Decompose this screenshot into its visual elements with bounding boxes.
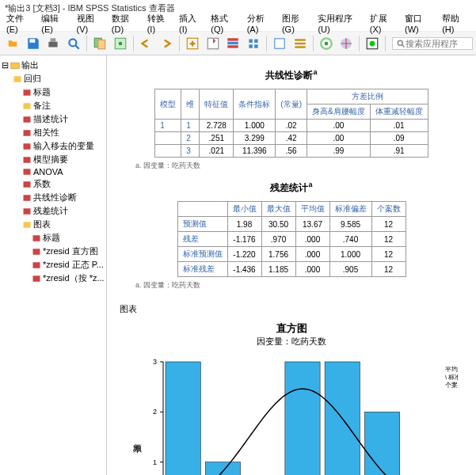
variables-button[interactable] (224, 34, 243, 53)
svg-rect-37 (24, 208, 31, 215)
svg-rect-11 (228, 38, 239, 40)
svg-rect-34 (24, 169, 31, 175)
outline-tree[interactable]: ⊟输出 回归标题备注描述统计相关性输入移去的变量模型摘要ANOVA系数共线性诊断… (0, 55, 107, 475)
tree-item[interactable]: 标题 (2, 231, 105, 245)
svg-rect-38 (24, 222, 31, 228)
table-row[interactable]: 残差-1.176.970.000.74012 (177, 232, 406, 247)
menu-data[interactable]: 数据(D) (109, 12, 143, 35)
menu-edit[interactable]: 编辑(E) (38, 12, 71, 35)
table-row[interactable]: 112.7281.000.02.00.01 (155, 120, 428, 132)
svg-text:\ 标准差 = 0.905: \ 标准差 = 0.905 (445, 374, 458, 381)
select-button[interactable] (291, 34, 310, 53)
svg-point-24 (398, 40, 402, 45)
svg-text:1: 1 (153, 458, 157, 466)
chart-subtitle: 因变量：吃药天数 (120, 336, 463, 348)
svg-rect-16 (295, 39, 306, 40)
table2-footnote: a. 因变量：吃药天数 (135, 280, 463, 291)
svg-text:个案数 = 12: 个案数 = 12 (445, 382, 458, 389)
toolbar (0, 32, 476, 55)
designate-button[interactable] (363, 34, 382, 53)
run-button[interactable] (244, 34, 263, 53)
svg-rect-40 (33, 249, 40, 255)
svg-rect-30 (24, 116, 31, 123)
export-button[interactable] (90, 34, 109, 53)
split-button[interactable] (337, 34, 356, 53)
tree-item[interactable]: 图表 (2, 218, 105, 231)
svg-rect-36 (24, 195, 31, 201)
menu-window[interactable]: 窗口(W) (402, 12, 437, 35)
svg-rect-62 (364, 412, 399, 475)
svg-rect-1 (49, 41, 58, 47)
menu-extensions[interactable]: 扩展(X) (367, 12, 400, 35)
tree-item[interactable]: 标题 (2, 86, 105, 99)
table1-title: 共线性诊断a (120, 68, 463, 82)
table-row[interactable]: 标准残差-1.4361.185.000.90512 (177, 262, 406, 277)
table-row[interactable]: 2.2513.299.42.00.09 (155, 132, 428, 145)
menu-analyze[interactable]: 分析(A) (244, 12, 277, 35)
svg-point-8 (118, 41, 122, 45)
svg-rect-55 (205, 462, 240, 475)
svg-rect-27 (14, 76, 21, 82)
tree-item[interactable]: 回归 (2, 72, 105, 86)
menu-utilities[interactable]: 实用程序(U) (314, 12, 364, 35)
goto-button[interactable] (183, 34, 202, 53)
weight-button[interactable] (317, 34, 336, 53)
svg-point-3 (70, 39, 77, 46)
svg-rect-42 (33, 276, 40, 282)
preview-button[interactable] (64, 34, 83, 53)
goto-case-button[interactable] (204, 34, 223, 53)
table-row[interactable]: 3.02111.396.56.99.91 (155, 145, 428, 158)
svg-rect-18 (295, 46, 306, 48)
menu-file[interactable]: 文件(E) (3, 12, 36, 35)
tree-item[interactable]: 残差统计 (2, 204, 105, 218)
menu-graphs[interactable]: 图形(G) (279, 12, 313, 35)
output-viewer[interactable]: 共线性诊断a 模型维特征值条件指标(常量)方差比例 身高&肩腰幅度体重减轻幅度 … (107, 55, 476, 475)
tree-item[interactable]: ANOVA (2, 166, 105, 177)
collinearity-table[interactable]: 模型维特征值条件指标(常量)方差比例 身高&肩腰幅度体重减轻幅度 112.728… (154, 89, 428, 158)
tree-item[interactable]: 模型摘要 (2, 153, 105, 166)
svg-line-25 (402, 44, 404, 47)
menu-help[interactable]: 帮助(H) (439, 12, 473, 35)
tree-item[interactable]: 描述统计 (2, 112, 105, 126)
svg-rect-13 (228, 45, 239, 48)
search-box[interactable] (392, 37, 473, 50)
tree-item[interactable]: 相关性 (2, 126, 105, 139)
save-button[interactable] (24, 34, 43, 53)
svg-rect-58 (285, 362, 320, 475)
tree-item[interactable]: *zresid（按 *z... (2, 272, 105, 285)
recall-button[interactable] (111, 34, 130, 53)
table-row[interactable]: 预测值1.9830.5013.679.58512 (177, 217, 406, 232)
svg-rect-15 (275, 39, 284, 48)
undo-button[interactable] (137, 34, 156, 53)
svg-rect-41 (33, 262, 40, 268)
insert-button[interactable] (270, 34, 289, 53)
svg-text:平均值 = 2.61E-15: 平均值 = 2.61E-15 (445, 366, 458, 373)
open-button[interactable] (3, 34, 22, 53)
tree-item[interactable]: 共线性诊断 (2, 191, 105, 204)
residuals-table[interactable]: 最小值最大值平均值标准偏差个案数 预测值1.9830.5013.679.5851… (177, 201, 406, 277)
redo-button[interactable] (157, 34, 176, 53)
table-row[interactable]: 标准预测值-1.2201.756.0001.00012 (177, 247, 406, 262)
menu-transform[interactable]: 转换(I) (144, 12, 174, 35)
svg-line-4 (75, 45, 79, 49)
histogram-chart[interactable]: 0123-1.5-1.0-0.50.00.51.01.5频率平均值 = 2.61… (125, 354, 458, 475)
svg-rect-2 (51, 38, 56, 42)
tree-root[interactable]: ⊟输出 (2, 59, 105, 72)
svg-rect-0 (29, 39, 35, 43)
search-input[interactable] (406, 39, 469, 48)
tree-item[interactable]: 输入移去的变量 (2, 139, 105, 153)
tree-item[interactable]: *zresid 正态 P... (2, 258, 105, 272)
table2-title: 残差统计a (120, 180, 463, 195)
tree-item[interactable]: *zresid 直方图 (2, 245, 105, 258)
tree-item[interactable]: 备注 (2, 99, 105, 112)
tree-item[interactable]: 系数 (2, 177, 105, 191)
table1-footnote: a. 因变量：吃药天数 (135, 161, 463, 171)
svg-rect-39 (33, 235, 40, 241)
menu-view[interactable]: 视图(V) (74, 12, 107, 35)
svg-rect-53 (166, 362, 200, 475)
menu-format[interactable]: 格式(Q) (208, 12, 242, 35)
print-button[interactable] (44, 34, 63, 53)
svg-text:2: 2 (153, 408, 157, 416)
menu-insert[interactable]: 插入(I) (176, 12, 206, 35)
svg-rect-26 (11, 63, 20, 69)
